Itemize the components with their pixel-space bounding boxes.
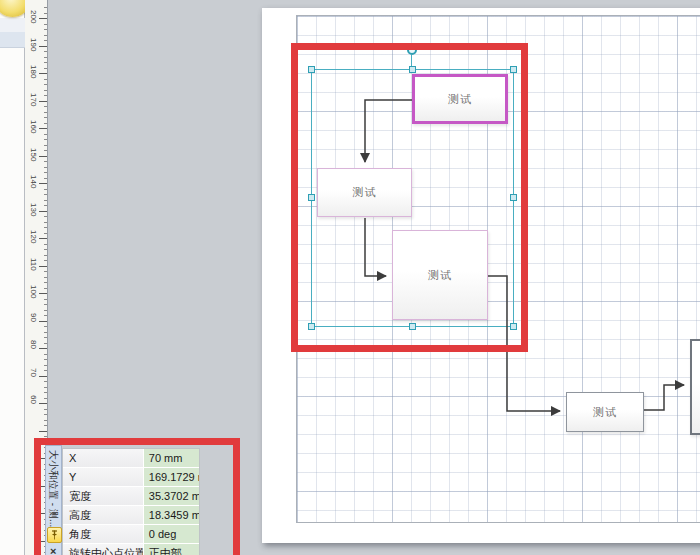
ruler-tick [44, 24, 47, 25]
ruler-label: 70 [29, 368, 38, 377]
ruler-tick [44, 57, 47, 58]
ruler-tick [44, 200, 47, 201]
ruler-tick [44, 216, 47, 217]
ruler-label: 150 [29, 148, 38, 161]
ruler-tick [44, 106, 47, 107]
ruler-tick [44, 13, 47, 14]
ruler-tick [44, 244, 47, 245]
ruler-tick [39, 183, 47, 184]
ruler-tick [44, 40, 47, 41]
left-pane-strip [0, 0, 25, 555]
ruler-tick [44, 134, 47, 135]
ruler-label: 60 [29, 395, 38, 404]
ruler-label: 90 [29, 313, 38, 322]
ruler-label: 170 [29, 93, 38, 106]
ruler-label: 190 [29, 38, 38, 51]
ruler-tick [39, 128, 47, 129]
ruler-tick [39, 321, 47, 322]
flowchart-shape-4[interactable]: 测试 [566, 392, 644, 432]
ruler-label: 110 [29, 258, 38, 271]
ruler-tick [44, 7, 47, 8]
ruler-tick [44, 150, 47, 151]
ruler-tick [44, 95, 47, 96]
ruler-tick [44, 398, 47, 399]
ruler-tick [39, 46, 47, 47]
ruler-tick [44, 381, 47, 382]
ruler-tick [44, 326, 47, 327]
ruler-tick [44, 299, 47, 300]
ruler-tick [44, 117, 47, 118]
ruler-tick [39, 238, 47, 239]
ruler-tick [44, 392, 47, 393]
ruler-tick [39, 266, 47, 267]
ruler-tick [44, 51, 47, 52]
ruler-label: 140 [29, 175, 38, 188]
annotation-rect-panel [34, 438, 240, 555]
ruler-tick [44, 161, 47, 162]
ruler-tick [44, 233, 47, 234]
ruler-tick [44, 310, 47, 311]
ruler-tick [39, 211, 47, 212]
ruler-tick [39, 73, 47, 74]
ruler-label: 120 [29, 230, 38, 243]
ruler-tick [44, 332, 47, 333]
ruler-tick [44, 68, 47, 69]
ruler-label: 200 [29, 10, 38, 23]
ruler-tick [44, 222, 47, 223]
ruler-tick [44, 359, 47, 360]
ruler-tick [44, 29, 47, 30]
ruler-tick [44, 436, 47, 437]
ruler-tick [44, 167, 47, 168]
ruler-label: 80 [29, 340, 38, 349]
ruler-tick [44, 337, 47, 338]
ruler-tick [44, 194, 47, 195]
ruler-tick [44, 84, 47, 85]
ruler-tick [44, 139, 47, 140]
ruler-tick [44, 420, 47, 421]
ruler-tick [44, 79, 47, 80]
ruler-tick [44, 123, 47, 124]
ruler-tick [44, 282, 47, 283]
ruler-tick [44, 205, 47, 206]
ruler-tick [44, 172, 47, 173]
ruler-tick [39, 348, 47, 349]
ruler-tick [44, 343, 47, 344]
ruler-tick [44, 409, 47, 410]
ruler-tick [44, 189, 47, 190]
ruler-tick [44, 315, 47, 316]
ruler-tick [44, 35, 47, 36]
ruler-tick [44, 145, 47, 146]
ruler-tick [44, 354, 47, 355]
ruler-tick [39, 376, 47, 377]
ruler-tick [44, 277, 47, 278]
ruler-tick [39, 431, 47, 432]
flowchart-shape-5[interactable]: 测试 [690, 339, 700, 435]
ruler-label: 160 [29, 120, 38, 133]
ruler-tick [39, 156, 47, 157]
ruler-tick [39, 293, 47, 294]
ruler-tick [39, 403, 47, 404]
ruler-tick [44, 304, 47, 305]
visio-window: 测试 测试 测试 测试 测试 2001901801701601501401301… [0, 0, 700, 555]
ruler-tick [44, 90, 47, 91]
ruler-tick [44, 112, 47, 113]
ruler-tick [44, 260, 47, 261]
ruler-tick [44, 288, 47, 289]
ruler-tick [44, 227, 47, 228]
ruler-tick [39, 18, 47, 19]
shape-label: 测试 [593, 405, 617, 420]
ruler-tick [44, 271, 47, 272]
ruler-tick [44, 249, 47, 250]
ruler-tick [44, 414, 47, 415]
ruler-tick [39, 101, 47, 102]
ruler-tick [44, 178, 47, 179]
ruler-tick [44, 255, 47, 256]
ruler-tick [44, 370, 47, 371]
ruler-tick [44, 387, 47, 388]
ruler-label: 100 [29, 285, 38, 298]
ruler-tick [44, 62, 47, 63]
ruler-tick [44, 425, 47, 426]
annotation-rect-selection [291, 43, 528, 352]
ruler-label: 130 [29, 203, 38, 216]
ruler-label: 180 [29, 65, 38, 78]
